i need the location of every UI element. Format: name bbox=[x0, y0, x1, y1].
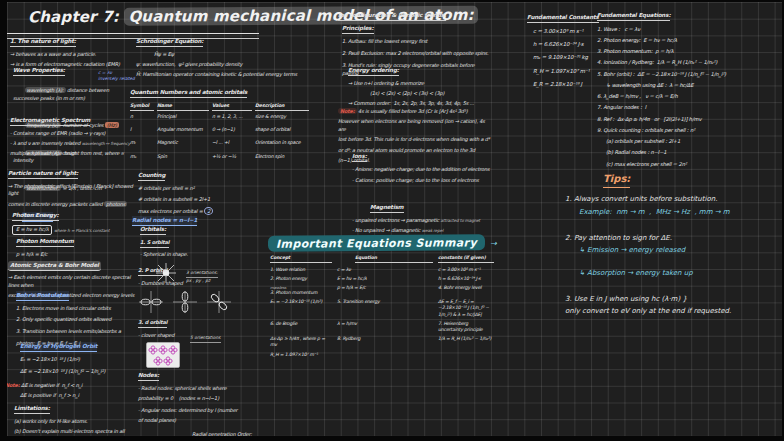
concept-text: 2. Photon energy bbox=[270, 276, 307, 281]
section-heading: Counting bbox=[138, 171, 165, 181]
canvas-edge-bottom bbox=[0, 436, 784, 441]
equation: Eₙ = −2.18×10⁻¹⁸ J (1/n²) bbox=[20, 356, 134, 364]
section-heading: Particle nature of light: bbox=[8, 169, 78, 179]
tips-heading: Tips: bbox=[603, 172, 630, 188]
equation: (1s) < (2s) < (2p) < (3s) < (3p) bbox=[370, 90, 492, 98]
note-line: multiple λ in each spectrum bbox=[10, 150, 134, 158]
section-heading: 1. The nature of light: bbox=[10, 37, 76, 47]
section-heading: Magnetism bbox=[370, 203, 404, 213]
d-orbital-title: 3. d orbital bbox=[138, 319, 167, 328]
section-heading: Ions: bbox=[352, 152, 367, 162]
cell-equation: 1/λ = R_H (1/n₁² − 1/n₂²) bbox=[438, 336, 494, 348]
equation-line: (a) orbitals per subshell : 2l+1 bbox=[597, 137, 749, 145]
cell-concept: 6. de Broglie bbox=[270, 321, 332, 333]
note-line: → Common order: 1s, 2s, 2p, 3s, 3p, 4s, … bbox=[348, 100, 492, 108]
tip-line: 1. Always convert units before substitut… bbox=[565, 194, 753, 204]
p-orbital-sketch-pz bbox=[206, 290, 232, 314]
column-header: Description bbox=[255, 102, 309, 111]
quantum-number-table: n Principal n = 1, 2, 3, ... size & ener… bbox=[130, 111, 315, 165]
equation: Ĥψ = Eψ bbox=[154, 51, 308, 59]
cell-concept: 2. Photon energy bbox=[270, 276, 332, 282]
note-line: probability = 0 (nodes = n−l−1) bbox=[138, 395, 276, 403]
cell-name: Magnetic bbox=[157, 137, 209, 150]
note-line: (a) works only for H-like atoms. bbox=[14, 418, 138, 426]
cell-values: n = 1, 2, 3, ... bbox=[212, 111, 252, 124]
principle-line: 1. Aufbau: fill the lowest energy first bbox=[342, 38, 492, 46]
column-header: constants (if given) bbox=[438, 254, 494, 263]
section-photon-momentum: Photon Momentum p = h/λ = E/c bbox=[16, 237, 128, 261]
cell-description: shape of orbital bbox=[255, 124, 309, 137]
equation-line: (b) Radial nodes : n−l−1 bbox=[597, 148, 749, 156]
column-header: Concept bbox=[270, 254, 332, 263]
section-heading: Wave Properties: bbox=[13, 66, 65, 76]
note-line: → Use n+l ordering & memorize bbox=[348, 80, 492, 88]
cell-equation: c = λν bbox=[337, 267, 433, 273]
equation-line: 3. Photon momentum: p = h/λ bbox=[597, 47, 749, 55]
note-line: → Each element emits only certain discre… bbox=[8, 274, 136, 290]
concept-text: 5. Transition energy bbox=[337, 299, 380, 304]
concept-text: 3. Photon momentum bbox=[270, 290, 317, 295]
cell-values: 0 → (n−1) bbox=[212, 124, 252, 137]
section-heading: Ion configuration & Periodic trends. bbox=[338, 11, 446, 21]
note-line: → behaves as a wave and a particle. bbox=[10, 51, 132, 59]
summary-rows: 1. Wave relation c = λν c = 3.00×10⁸ m s… bbox=[270, 267, 500, 358]
note-line: - Angular nodes: determined by l (number bbox=[138, 407, 276, 415]
summary-heading: Important Equations Summary bbox=[268, 234, 485, 252]
inline-annotation: wavelength ↔ frequency bbox=[82, 141, 130, 146]
note-line: max electrons per orbital = 2 bbox=[138, 208, 278, 216]
equation-line: 8. Ref : Δx·Δp ≥ h/4π or [2l(2l+1)] h/mv bbox=[597, 115, 749, 123]
summary-header-row: Concept Equation constants (if given) bbox=[270, 254, 500, 263]
section-heading: Schrödinger Equation: bbox=[136, 37, 203, 47]
section-schrodinger: Schrödinger Equation: Ĥψ = Eψ ψ: wavefun… bbox=[136, 37, 308, 81]
margin-annotation: c = λν inversely related bbox=[98, 70, 135, 82]
note-text: comes in discrete energy packets called bbox=[8, 201, 104, 207]
p-orbital-annotation: 3 orientations: px , py , pz bbox=[186, 270, 218, 284]
note-line: - Spherical in shape. bbox=[140, 251, 260, 259]
equation-line: 6. λ_deB = h/mv , ν = c/λ = E/h bbox=[597, 92, 749, 100]
note-line: - Contains range of EMR (radio → γ-rays) bbox=[10, 130, 134, 138]
section-heading: Orbitals: bbox=[140, 225, 166, 235]
note-line: lost before 3d. This rule is for d-elect… bbox=[338, 136, 493, 144]
notes-canvas[interactable]: Chapter 7: Quantum mechanical model of a… bbox=[0, 0, 784, 441]
concept-text: 7. Heisenberg uncertainty principle bbox=[438, 321, 483, 332]
p-orbital-sketch-row bbox=[138, 290, 268, 314]
section-heading: Nodes: bbox=[138, 371, 159, 381]
annotation-text: 3 orientations: bbox=[186, 270, 218, 278]
p-orbital-sketch-px bbox=[138, 290, 164, 314]
section-heading: Atomic Spectra & Bohr Model bbox=[8, 261, 101, 271]
tip-example: Example: nm → m , MHz → Hz , mm → m bbox=[565, 207, 753, 217]
column-header: Equation bbox=[355, 254, 433, 263]
cell-description: size & energy bbox=[255, 111, 309, 124]
note-text: 4s is usually filled before 3d (Cr is [A… bbox=[358, 108, 467, 114]
note-line: Ĥ: Hamiltonian operator containing kinet… bbox=[136, 71, 308, 79]
cell-symbol: l bbox=[130, 124, 154, 137]
cell-concept: 4. Bohr energy level bbox=[438, 285, 494, 296]
tip-line: only convert to eV only at the end if re… bbox=[565, 306, 753, 316]
cell-values: −l ... +l bbox=[212, 137, 252, 150]
tip-line: 3. Use E in J when using hc (λ·m) } bbox=[565, 294, 753, 304]
cell-concept: 5. Transition energy bbox=[337, 299, 433, 318]
section-heading: Photon Energy: bbox=[12, 211, 59, 221]
principle-line: 2. Pauli Exclusion: max 2 electrons/orbi… bbox=[342, 50, 492, 58]
notes-page: { "page":{"title_prefix":"Chapter 7:","t… bbox=[0, 0, 784, 441]
section-heading: Limitations: bbox=[14, 404, 50, 414]
cell-name: Spin bbox=[157, 151, 209, 164]
table-heading: Quantum Numbers and atomic orbitals bbox=[130, 88, 247, 98]
cell-equation: E = hν = hc/λ bbox=[337, 276, 433, 282]
cell-symbol: n bbox=[130, 111, 154, 124]
note-text: - λ and ν are inversely related bbox=[10, 140, 80, 146]
concept-text: 1. Wave relation bbox=[270, 267, 305, 272]
cell-constant: c = 3.00×10⁸ m s⁻¹ bbox=[438, 267, 494, 273]
equation-line: (c) max electrons per shell = 2n² bbox=[597, 160, 749, 168]
section-heading: Fundamental Constants bbox=[527, 13, 599, 23]
section-energy-ordering: Energy ordering: → Use n+l ordering & me… bbox=[348, 66, 492, 110]
example-label: Example: bbox=[579, 208, 612, 216]
section-em-spectrum: Electromagnetic Spectrum - Contains rang… bbox=[10, 116, 134, 160]
annotation-text: 5 orientations bbox=[190, 335, 221, 343]
example-text: nm → m , MHz → Hz , mm → m bbox=[612, 208, 730, 216]
postulate-line: 1. Electrons move in fixed circular orbi… bbox=[16, 305, 130, 313]
cell-constant: h = 6.626×10⁻³⁴ J·s bbox=[438, 276, 494, 282]
canvas-edge-left bbox=[0, 0, 7, 441]
section-heading: Energy of Hydrogen Orbit bbox=[20, 342, 97, 352]
wave-property-line: wavelength (λ): distance between success… bbox=[13, 80, 133, 111]
